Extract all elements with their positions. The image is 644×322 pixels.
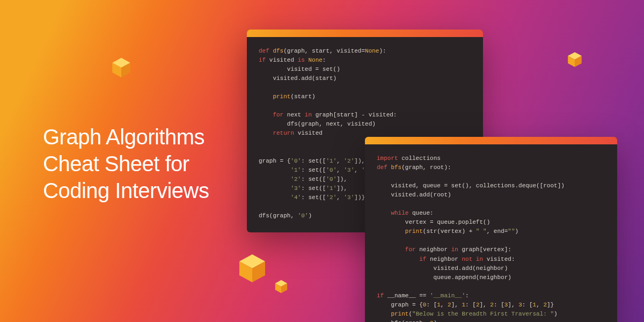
title-line-1: Graph Algorithms	[43, 123, 209, 150]
svg-marker-1	[112, 63, 121, 77]
window-titlebar	[247, 30, 483, 37]
svg-marker-6	[239, 254, 265, 268]
svg-marker-9	[275, 280, 287, 287]
svg-marker-3	[568, 52, 582, 60]
cube-icon	[566, 51, 583, 68]
svg-marker-4	[568, 56, 575, 67]
svg-marker-11	[281, 283, 287, 293]
svg-marker-7	[239, 261, 252, 282]
code-block-bfs: import collections def bfs(graph, root):…	[365, 144, 617, 322]
title-line-2: Cheat Sheet for	[43, 150, 209, 177]
page-title: Graph Algorithms Cheat Sheet for Coding …	[43, 123, 209, 204]
code-window-bfs: import collections def bfs(graph, root):…	[365, 137, 617, 322]
cube-icon	[236, 252, 268, 284]
cube-icon	[110, 56, 133, 79]
svg-marker-0	[112, 58, 130, 68]
window-titlebar	[365, 137, 617, 144]
svg-marker-2	[121, 63, 130, 77]
svg-marker-5	[575, 56, 582, 67]
title-line-3: Coding Interviews	[43, 177, 209, 204]
svg-marker-8	[252, 261, 265, 282]
svg-marker-10	[275, 283, 281, 293]
cube-icon	[274, 279, 289, 294]
